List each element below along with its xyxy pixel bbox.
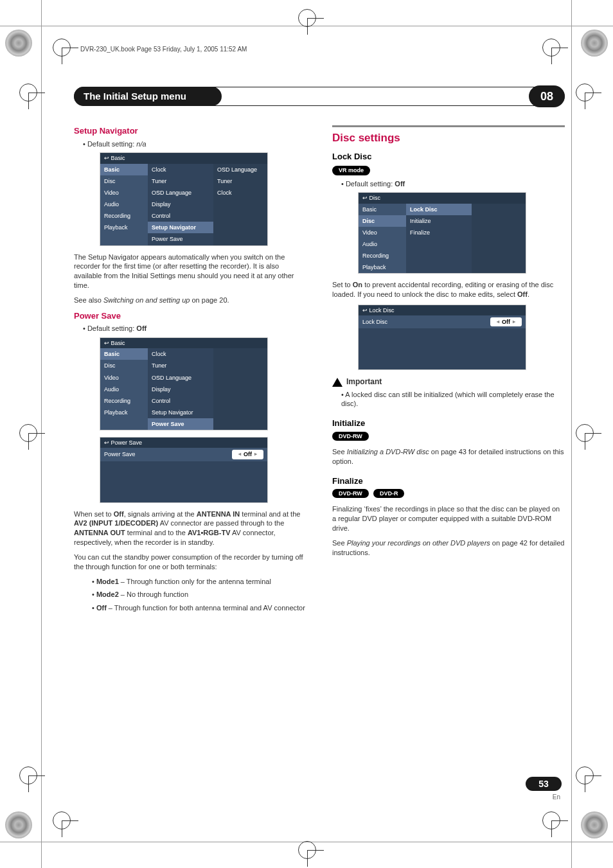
text-span: See: [332, 448, 347, 456]
text-bold: AV1•RGB-TV: [188, 529, 231, 536]
registration-ring: [5, 811, 32, 838]
bullet-mode1: Mode1 – Through function only for the an…: [92, 577, 306, 587]
osd-extra-col: [213, 348, 267, 430]
default-setting-value: n/a: [136, 140, 146, 148]
osd-list-item: Display: [148, 199, 213, 210]
text-span: terminal and at the: [240, 510, 300, 518]
finalize-heading: Finalize: [332, 475, 565, 487]
body-text: The Setup Navigator appears automaticall…: [74, 252, 306, 290]
text-bold: Off: [96, 604, 107, 612]
registration-mark: [576, 766, 594, 784]
osd-nav-item: Audio: [100, 199, 148, 210]
text-bold: ANTENNA OUT: [74, 529, 125, 536]
trim-mark: [571, 0, 572, 868]
page: DVR-230_UK.book Page 53 Friday, July 1, …: [0, 0, 613, 868]
power-save-heading: Power Save: [74, 310, 306, 322]
badge-dvd-r: DVD-R: [373, 489, 405, 498]
page-number-pill: 53: [526, 777, 562, 791]
body-text: Set to On to prevent accidental recordin…: [332, 280, 565, 299]
badge-dvd-rw: DVD-RW: [332, 489, 369, 498]
osd-nav-item: Playback: [359, 261, 406, 273]
osd-extra-item: OSD Language: [213, 164, 267, 175]
osd-nav-item: Basic: [359, 204, 406, 215]
default-setting-label: Default setting:: [346, 180, 395, 188]
bullet-off: Off – Through function for both antenna …: [92, 603, 306, 613]
section-title: The Initial Setup menu: [84, 90, 186, 103]
body-text: See also Switching on and setting up on …: [74, 296, 306, 305]
osd-list: Lock Disc Initialize Finalize: [406, 204, 472, 274]
default-setting-line: Default setting: n/a: [83, 139, 306, 149]
osd-value-pill: Off: [232, 450, 263, 459]
registration-mark: [19, 424, 37, 442]
registration-ring: [581, 811, 608, 838]
text-span: AV connector are passed through to the: [158, 519, 284, 527]
section-header-bar: The Initial Setup menu 08: [74, 87, 565, 106]
osd-title: Power Save: [111, 439, 143, 446]
bullet-mode2: Mode2 – No through function: [92, 590, 306, 599]
text-span: on page 20.: [190, 296, 229, 304]
default-setting-value: Off: [395, 180, 405, 188]
osd-list-item: Control: [148, 210, 213, 222]
osd-return-icon: ↩: [104, 340, 109, 346]
registration-mark: [19, 766, 37, 784]
warning-icon: [332, 378, 342, 387]
osd-nav-item: Playback: [100, 222, 148, 233]
text-span: , signals arriving at the: [124, 510, 197, 518]
body-text: See Initializing a DVD-RW disc on page 4…: [332, 447, 565, 466]
osd-row-label: Lock Disc: [362, 318, 387, 326]
osd-extra-col: OSD Language Tuner Clock: [213, 164, 267, 245]
osd-list-item: Display: [148, 384, 213, 395]
osd-list-item: Lock Disc: [406, 204, 472, 215]
text-bold: Off: [114, 510, 124, 518]
osd-screenshot-disc: ↩ Disc Basic Disc Video Audio Recording …: [358, 192, 526, 274]
osd-title: Basic: [111, 155, 125, 161]
text-span: See: [332, 539, 347, 547]
osd-row-label: Power Save: [104, 450, 136, 458]
osd-list-item: Power Save: [148, 418, 213, 430]
registration-mark: [298, 9, 316, 27]
important-label: Important: [346, 376, 382, 387]
text-bold: Off: [517, 290, 528, 298]
osd-extra-item: Clock: [213, 187, 267, 199]
lock-disc-heading: Lock Disc: [332, 151, 565, 163]
text-bold: Mode2: [96, 590, 119, 598]
text-span: – Through function only for the antenna …: [119, 578, 271, 585]
text-em: Initializing a DVD-RW disc: [347, 448, 429, 456]
osd-nav-item: Playback: [100, 407, 148, 418]
registration-ring: [5, 30, 32, 57]
osd-nav: Basic Disc Video Audio Recording Playbac…: [100, 164, 148, 245]
text-bold: AV2 (INPUT 1/DECODER): [74, 519, 158, 527]
badge-dvd-rw: DVD-RW: [332, 432, 369, 441]
osd-list-item: Tuner: [148, 360, 213, 371]
osd-list-item: Clock: [148, 348, 213, 360]
body-text: When set to Off, signals arriving at the…: [74, 509, 306, 547]
page-language: En: [553, 793, 560, 802]
registration-mark: [19, 84, 37, 102]
registration-mark: [53, 811, 71, 829]
content-area: The Initial Setup menu 08 Setup Navigato…: [74, 87, 565, 829]
osd-list-item: Tuner: [148, 175, 213, 187]
osd-list-item: Power Save: [148, 233, 213, 245]
text-span: Set to: [332, 281, 353, 288]
text-span: When set to: [74, 510, 114, 518]
registration-mark: [53, 39, 71, 57]
chapter-number-pill: 08: [529, 85, 565, 107]
osd-title: Lock Disc: [369, 307, 395, 314]
osd-nav: Basic Disc Video Audio Recording Playbac…: [100, 348, 148, 430]
osd-nav-item: Basic: [100, 164, 148, 175]
osd-nav-item: Disc: [100, 360, 148, 371]
osd-list-item: Setup Navigator: [148, 222, 213, 233]
osd-nav-item: Recording: [359, 250, 406, 261]
body-text: See Playing your recordings on other DVD…: [332, 538, 565, 558]
osd-nav-item: Video: [359, 227, 406, 238]
registration-mark: [576, 424, 594, 442]
trim-mark: [41, 0, 42, 868]
osd-extra-item: Tuner: [213, 175, 267, 187]
osd-nav-item: Recording: [100, 395, 148, 407]
initialize-heading: Initialize: [332, 418, 565, 429]
text-bold: On: [353, 281, 362, 288]
osd-nav-item: Disc: [359, 215, 406, 227]
osd-nav-item: Recording: [100, 210, 148, 222]
osd-nav-item: Audio: [359, 238, 406, 250]
default-setting-value: Off: [136, 324, 147, 332]
